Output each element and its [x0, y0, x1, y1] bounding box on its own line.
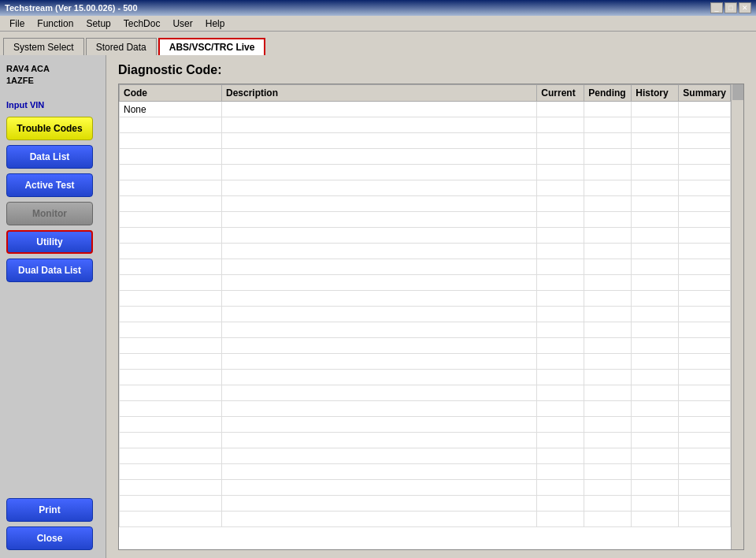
- table-cell: [537, 496, 584, 512]
- table-cell: [120, 322, 222, 338]
- scrollbar[interactable]: [731, 84, 743, 549]
- table-cell: [679, 322, 731, 338]
- table-cell: [584, 117, 632, 133]
- table-cell: [584, 133, 632, 149]
- table-row: [120, 228, 731, 244]
- monitor-button[interactable]: Monitor: [6, 202, 93, 225]
- table-cell: [537, 417, 584, 433]
- table-cell: [584, 275, 632, 291]
- table-cell: [537, 228, 584, 244]
- table-cell: [537, 102, 584, 117]
- table-cell: [537, 385, 584, 401]
- table-cell: [222, 275, 537, 291]
- table-row: None: [120, 102, 731, 117]
- table-cell: [584, 307, 632, 322]
- table-cell: [632, 354, 679, 370]
- table-cell: [222, 291, 537, 307]
- table-row: [120, 385, 731, 401]
- table-cell: [222, 228, 537, 244]
- col-header-current: Current: [537, 85, 584, 102]
- table-cell: [584, 196, 632, 212]
- table-cell: [537, 448, 584, 464]
- table-cell: [679, 244, 731, 259]
- tab-stored-data[interactable]: Stored Data: [86, 38, 157, 55]
- table-cell: [537, 149, 584, 165]
- table-cell: [120, 228, 222, 244]
- table-cell: [584, 291, 632, 307]
- close-sidebar-button[interactable]: Close: [6, 526, 93, 550]
- table-cell: [584, 464, 632, 480]
- table-row: [120, 464, 731, 480]
- table-cell: [679, 117, 731, 133]
- table-cell: [120, 385, 222, 401]
- table-cell: [679, 433, 731, 448]
- table-cell: [632, 370, 679, 385]
- table-cell: [632, 448, 679, 464]
- table-cell: [537, 322, 584, 338]
- trouble-codes-button[interactable]: Trouble Codes: [6, 117, 93, 140]
- menu-file[interactable]: File: [3, 17, 31, 31]
- table-cell: [679, 496, 731, 512]
- menu-techdoc[interactable]: TechDoc: [117, 17, 167, 31]
- table-cell: [584, 385, 632, 401]
- table-cell: [632, 307, 679, 322]
- dual-data-list-button[interactable]: Dual Data List: [6, 259, 93, 282]
- data-list-button[interactable]: Data List: [6, 145, 93, 169]
- menu-setup[interactable]: Setup: [80, 17, 117, 31]
- active-test-button[interactable]: Active Test: [6, 173, 93, 197]
- table-cell: [584, 149, 632, 165]
- close-button[interactable]: ✕: [739, 2, 751, 13]
- scrollbar-thumb[interactable]: [732, 84, 743, 100]
- tab-system-select[interactable]: System Select: [3, 38, 84, 55]
- table-cell: [632, 244, 679, 259]
- table-cell: [632, 275, 679, 291]
- table-cell: [679, 401, 731, 417]
- table-cell: [222, 259, 537, 275]
- title-buttons: _ □ ✕: [710, 2, 751, 13]
- table-row: [120, 117, 731, 133]
- diagnostic-table: Code Description Current Pending History…: [119, 84, 731, 527]
- table-cell: [222, 307, 537, 322]
- table-cell: [537, 354, 584, 370]
- menu-function[interactable]: Function: [31, 17, 80, 31]
- table-cell: [120, 338, 222, 354]
- table-cell: [120, 307, 222, 322]
- table-row: [120, 180, 731, 196]
- maximize-button[interactable]: □: [724, 2, 737, 13]
- utility-button[interactable]: Utility: [6, 230, 93, 254]
- table-cell: [537, 117, 584, 133]
- diagnostic-table-container: Code Description Current Pending History…: [118, 84, 744, 550]
- table-cell: [632, 228, 679, 244]
- tab-bar: System Select Stored Data ABS/VSC/TRC Li…: [0, 32, 756, 55]
- table-cell: [120, 370, 222, 385]
- print-button[interactable]: Print: [6, 498, 93, 522]
- table-cell: [679, 480, 731, 496]
- table-cell: [632, 165, 679, 180]
- table-cell: [632, 291, 679, 307]
- table-row: [120, 307, 731, 322]
- table-cell: [222, 322, 537, 338]
- col-header-summary: Summary: [679, 85, 731, 102]
- table-row: [120, 354, 731, 370]
- title-text: Techstream (Ver 15.00.026) - 500: [5, 3, 138, 13]
- table-row: [120, 322, 731, 338]
- menu-help[interactable]: Help: [199, 17, 232, 31]
- table-cell: [120, 401, 222, 417]
- tab-abs-live[interactable]: ABS/VSC/TRC Live: [158, 38, 266, 55]
- table-cell: [679, 338, 731, 354]
- table-cell: [584, 180, 632, 196]
- table-cell: [537, 370, 584, 385]
- minimize-button[interactable]: _: [710, 2, 723, 13]
- table-cell: [584, 165, 632, 180]
- table-cell: [632, 322, 679, 338]
- table-cell: [222, 244, 537, 259]
- table-cell: [537, 133, 584, 149]
- table-cell: [120, 496, 222, 512]
- table-row: [120, 448, 731, 464]
- table-cell: [222, 149, 537, 165]
- table-cell: [537, 307, 584, 322]
- table-cell: [537, 291, 584, 307]
- table-cell: [537, 464, 584, 480]
- table-cell: [632, 117, 679, 133]
- menu-user[interactable]: User: [166, 17, 198, 31]
